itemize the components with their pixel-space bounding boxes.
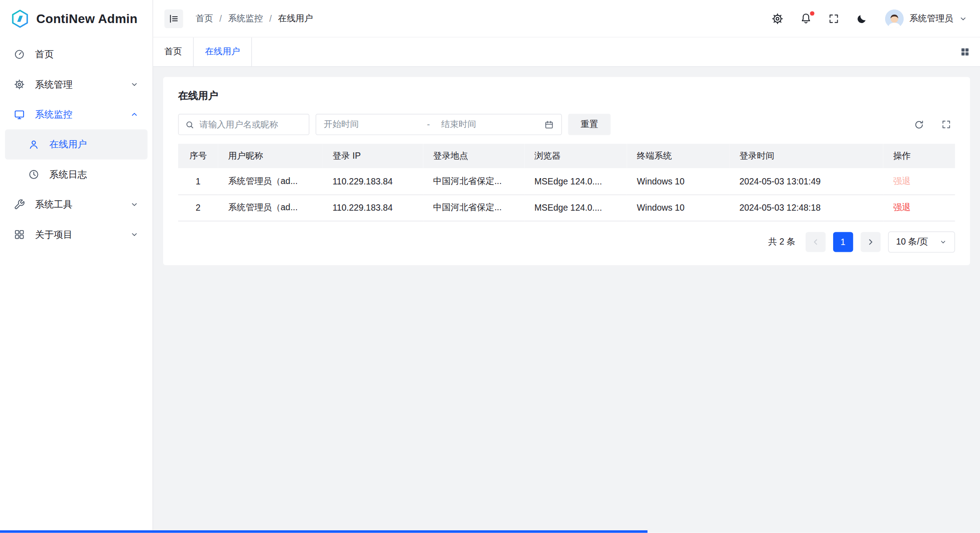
column-header: 序号 xyxy=(178,144,218,168)
column-header: 用户昵称 xyxy=(218,144,323,168)
column-header: 浏览器 xyxy=(525,144,627,168)
sidebar: ContiNew Admin 首页 xyxy=(0,0,153,533)
sidebar-item-system-tools[interactable]: 系统工具 xyxy=(5,189,147,219)
logo-icon xyxy=(10,9,30,28)
column-header: 登录时间 xyxy=(729,144,883,168)
search-input[interactable] xyxy=(178,114,309,135)
sidebar-menu: 首页 系统管理 xyxy=(0,38,153,251)
sidebar-item-online-users[interactable]: 在线用户 xyxy=(5,129,147,159)
bottom-progress-bar xyxy=(0,530,647,533)
prev-page-button[interactable] xyxy=(806,232,825,252)
tab-label: 首页 xyxy=(164,46,182,57)
date-range-picker[interactable]: 开始时间 - 结束时间 xyxy=(316,114,562,135)
cell-browser: MSEdge 124.0.... xyxy=(525,168,627,194)
breadcrumb-item-current: 在线用户 xyxy=(278,13,313,24)
pagination-total: 共 2 条 xyxy=(768,236,795,247)
cell-os: Windows 10 xyxy=(627,168,729,194)
calendar-icon xyxy=(544,120,554,129)
sidebar-collapse-button[interactable] xyxy=(164,9,183,28)
breadcrumb: 首页 / 系统监控 / 在线用户 xyxy=(196,13,313,24)
cell-nickname: 系统管理员（ad... xyxy=(218,194,323,221)
online-users-card: 在线用户 开始时间 - xyxy=(163,77,970,265)
cell-os: Windows 10 xyxy=(627,194,729,221)
topbar: 首页 / 系统监控 / 在线用户 xyxy=(153,0,980,38)
sidebar-item-about-project[interactable]: 关于项目 xyxy=(5,220,147,250)
cell-browser: MSEdge 124.0.... xyxy=(525,194,627,221)
tab-online-users[interactable]: 在线用户 xyxy=(194,38,252,66)
cell-no: 1 xyxy=(178,168,218,194)
app-root: ContiNew Admin 首页 xyxy=(0,0,980,533)
sidebar-item-label: 系统工具 xyxy=(35,198,72,210)
breadcrumb-separator: / xyxy=(220,14,222,24)
cell-nickname: 系统管理员（ad... xyxy=(218,168,323,194)
gear-icon xyxy=(14,79,25,90)
force-logout-link[interactable]: 强退 xyxy=(893,175,911,185)
expand-icon[interactable] xyxy=(940,118,952,131)
dark-mode-icon[interactable] xyxy=(856,12,868,25)
notifications-icon[interactable] xyxy=(799,12,812,25)
dashboard-icon xyxy=(14,49,25,60)
page-size-label: 10 条/页 xyxy=(896,236,928,247)
apps-icon xyxy=(14,229,25,240)
cell-location: 中国河北省保定... xyxy=(423,168,524,194)
username-label: 系统管理员 xyxy=(910,13,953,24)
notification-dot xyxy=(810,11,815,15)
settings-icon[interactable] xyxy=(771,12,784,25)
clock-icon xyxy=(28,169,39,180)
sidebar-item-label: 系统管理 xyxy=(35,79,72,90)
grid-icon[interactable] xyxy=(960,47,970,57)
sidebar-item-label: 首页 xyxy=(35,48,53,60)
pagination: 共 2 条 1 10 条/页 xyxy=(178,231,955,252)
sidebar-item-home[interactable]: 首页 xyxy=(5,39,147,69)
user-menu[interactable]: 系统管理员 xyxy=(885,9,968,28)
cell-login-time: 2024-05-03 12:48:18 xyxy=(729,194,883,221)
search-input-field[interactable] xyxy=(199,119,302,129)
date-start-placeholder: 开始时间 xyxy=(324,119,427,130)
sidebar-item-label: 关于项目 xyxy=(35,229,72,241)
refresh-icon[interactable] xyxy=(913,118,925,131)
force-logout-link[interactable]: 强退 xyxy=(893,202,911,212)
app-stage: ContiNew Admin 首页 xyxy=(0,0,980,533)
page-1-button[interactable]: 1 xyxy=(833,232,853,252)
breadcrumb-separator: / xyxy=(269,14,272,24)
reset-button[interactable]: 重置 xyxy=(568,114,610,135)
content-area: 在线用户 开始时间 - xyxy=(153,67,980,533)
topbar-actions: 系统管理员 xyxy=(771,9,967,28)
table-header-row: 序号 用户昵称 登录 IP 登录地点 浏览器 终端系统 登录时间 操作 xyxy=(178,144,955,168)
page-size-select[interactable]: 10 条/页 xyxy=(888,231,955,252)
page-title: 在线用户 xyxy=(178,90,955,103)
monitor-icon xyxy=(14,109,25,120)
table-actions xyxy=(913,118,955,131)
breadcrumb-item-system-monitor[interactable]: 系统监控 xyxy=(228,13,263,24)
tabbar: 首页 在线用户 xyxy=(153,38,980,67)
sidebar-item-system-monitor[interactable]: 系统监控 xyxy=(5,99,147,129)
column-header: 终端系统 xyxy=(627,144,729,168)
user-icon xyxy=(28,139,39,150)
cell-ip: 110.229.183.84 xyxy=(323,194,423,221)
tool-icon xyxy=(14,199,25,210)
column-header: 登录地点 xyxy=(423,144,524,168)
breadcrumb-item-home[interactable]: 首页 xyxy=(196,13,213,24)
cell-login-time: 2024-05-03 13:01:49 xyxy=(729,168,883,194)
avatar xyxy=(885,9,904,28)
column-header: 登录 IP xyxy=(323,144,423,168)
tab-home[interactable]: 首页 xyxy=(153,38,194,66)
chevron-down-icon xyxy=(959,14,967,23)
chevron-down-icon xyxy=(939,238,947,245)
sidebar-item-system-logs[interactable]: 系统日志 xyxy=(5,160,147,189)
main-column: 首页 / 系统监控 / 在线用户 xyxy=(153,0,980,533)
table-row: 2 系统管理员（ad... 110.229.183.84 中国河北省保定... … xyxy=(178,194,955,221)
cell-no: 2 xyxy=(178,194,218,221)
column-header: 操作 xyxy=(883,144,955,168)
chevron-down-icon xyxy=(130,200,139,209)
chevron-down-icon xyxy=(130,230,139,239)
date-range-separator: - xyxy=(427,119,430,129)
sidebar-item-label: 在线用户 xyxy=(49,138,87,150)
sidebar-item-label: 系统监控 xyxy=(35,108,72,120)
cell-location: 中国河北省保定... xyxy=(423,194,524,221)
sidebar-item-system-management[interactable]: 系统管理 xyxy=(5,70,147,99)
cell-ip: 110.229.183.84 xyxy=(323,168,423,194)
app-logo[interactable]: ContiNew Admin xyxy=(0,0,153,38)
fullscreen-icon[interactable] xyxy=(827,12,840,25)
next-page-button[interactable] xyxy=(860,232,880,252)
